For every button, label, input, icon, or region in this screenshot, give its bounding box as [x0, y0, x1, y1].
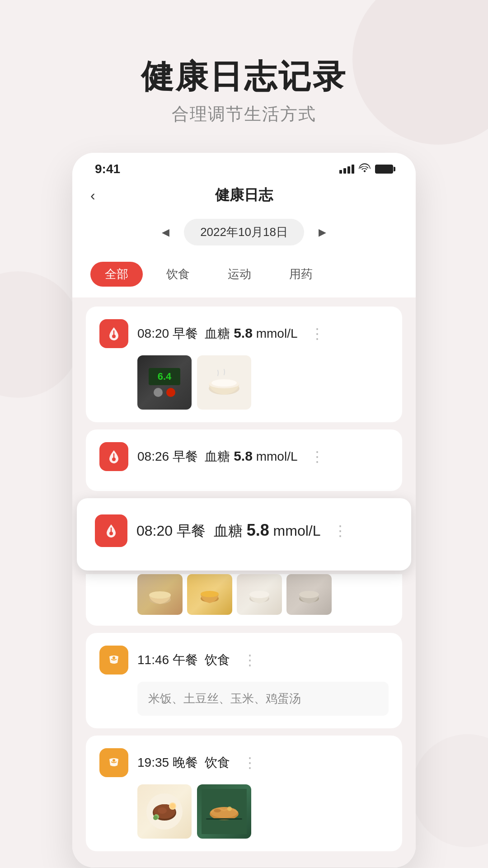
- svg-rect-29: [206, 818, 242, 820]
- log-entry-5-more[interactable]: ⋮: [239, 752, 261, 773]
- blood-sugar-icon-1: [99, 319, 128, 348]
- glucose-screen: 6.4: [149, 368, 180, 385]
- food-icon-lunch: [99, 646, 128, 675]
- log-entry-5: 19:35 晚餐 饮食 ⋮: [86, 736, 402, 851]
- log-entry-highlight-header: 08:20 早餐 血糖 5.8 mmol/L ⋮: [95, 514, 393, 547]
- svg-point-9: [201, 591, 219, 597]
- log-entry-4-title: 11:46 午餐 饮食: [137, 651, 230, 669]
- log-entry-1: 08:20 早餐 血糖 5.8 mmol/L ⋮ 6.4: [86, 307, 402, 422]
- date-next-button[interactable]: ▶: [313, 224, 332, 241]
- svg-point-23: [153, 816, 158, 820]
- thumb-steak: [137, 784, 192, 839]
- svg-point-21: [170, 803, 175, 809]
- log-entry-1-title: 08:20 早餐 血糖 5.8 mmol/L: [137, 325, 297, 342]
- log-entry-5-title: 19:35 晚餐 饮食: [137, 754, 230, 771]
- status-icons: [339, 163, 393, 175]
- log-entry-1-header: 08:20 早餐 血糖 5.8 mmol/L ⋮: [99, 319, 389, 348]
- blood-sugar-icon-2: [99, 442, 128, 471]
- date-prev-button[interactable]: ◀: [156, 224, 175, 241]
- main-content: 08:20 早餐 血糖 5.8 mmol/L ⋮ 6.4: [72, 297, 416, 868]
- log-entry-2-more[interactable]: ⋮: [306, 446, 328, 467]
- log-entry-5-images: [137, 784, 389, 839]
- thumb-dish-3: [237, 574, 282, 615]
- log-entry-2: 08:26 早餐 血糖 5.8 mmol/L ⋮: [86, 429, 402, 491]
- svg-point-7: [149, 591, 171, 599]
- log-entry-4-text: 米饭、土豆丝、玉米、鸡蛋汤: [137, 682, 389, 716]
- wifi-icon: [359, 163, 371, 175]
- filter-tab-diet[interactable]: 饮食: [152, 262, 204, 287]
- thumb-glucose-meter: 6.4: [137, 355, 192, 410]
- log-entry-1-more[interactable]: ⋮: [306, 323, 328, 344]
- thumb-dish-4: [286, 574, 332, 615]
- svg-point-15: [113, 759, 115, 762]
- svg-point-11: [249, 591, 269, 598]
- log-entry-4: 11:46 午餐 饮食 ⋮ 米饭、土豆丝、玉米、鸡蛋汤: [86, 633, 402, 728]
- date-display: 2022年10月18日: [184, 219, 304, 245]
- status-bar: 9:41: [72, 153, 416, 181]
- status-time: 9:41: [95, 162, 120, 176]
- svg-point-27: [214, 809, 221, 812]
- log-entry-images-row: [137, 574, 389, 615]
- thumb-porridge: [197, 355, 251, 410]
- log-entry-4-header: 11:46 午餐 饮食 ⋮: [99, 646, 389, 675]
- filter-tab-medicine[interactable]: 用药: [275, 262, 327, 287]
- svg-point-13: [299, 591, 319, 598]
- log-entry-4-more[interactable]: ⋮: [239, 650, 261, 670]
- svg-point-14: [113, 656, 115, 659]
- filter-tab-exercise[interactable]: 运动: [213, 262, 266, 287]
- date-selector: ◀ 2022年10月18日 ▶: [72, 214, 416, 255]
- log-entry-2-title: 08:26 早餐 血糖 5.8 mmol/L: [137, 448, 297, 465]
- page-sub-title: 合理调节生活方式: [141, 103, 347, 126]
- svg-point-26: [211, 807, 238, 818]
- nav-title: 健康日志: [215, 185, 273, 205]
- food-icon-dinner: [99, 748, 128, 777]
- log-entry-5-header: 19:35 晚餐 饮食 ⋮: [99, 748, 389, 777]
- thumb-dish-2: [187, 574, 232, 615]
- log-entry-1-images: 6.4: [137, 355, 389, 410]
- phone-mockup: 9:41 ‹ 健康日志: [72, 153, 416, 868]
- signal-icon: [339, 165, 354, 174]
- page-main-title: 健康日志记录: [141, 59, 347, 94]
- log-entry-highlight: 08:20 早餐 血糖 5.8 mmol/L ⋮: [77, 498, 411, 571]
- filter-tabs: 全部 饮食 运动 用药: [72, 255, 416, 297]
- thumb-dish-1: [137, 574, 183, 615]
- battery-icon: [375, 165, 393, 174]
- log-entry-highlight-title: 08:20 早餐 血糖 5.8 mmol/L: [136, 521, 320, 541]
- nav-bar: ‹ 健康日志: [72, 181, 416, 214]
- back-button[interactable]: ‹: [90, 187, 95, 204]
- svg-point-3: [211, 379, 237, 387]
- thumb-fish: [197, 784, 251, 839]
- filter-tab-all[interactable]: 全部: [90, 262, 143, 287]
- blood-sugar-icon-highlight: [95, 514, 127, 547]
- svg-point-28: [227, 807, 232, 811]
- svg-point-19: [158, 807, 167, 814]
- log-entry-2-header: 08:26 早餐 血糖 5.8 mmol/L ⋮: [99, 442, 389, 471]
- log-entry-highlight-more[interactable]: ⋮: [329, 520, 351, 541]
